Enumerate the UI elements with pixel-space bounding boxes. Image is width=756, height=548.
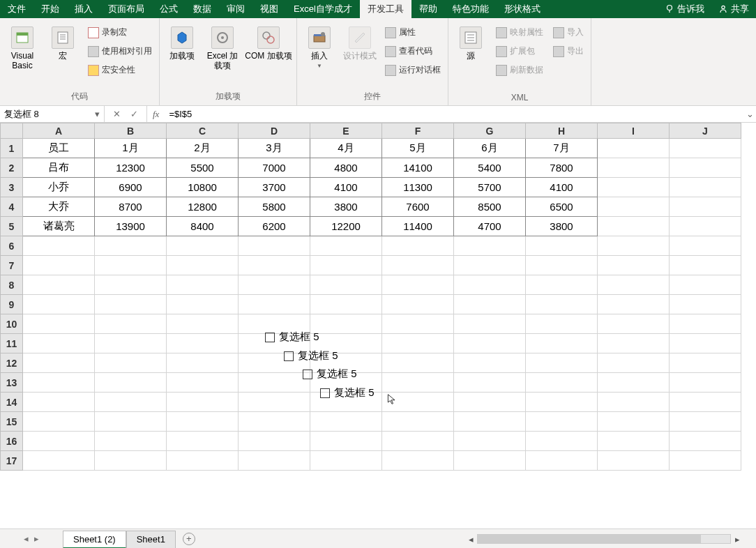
- sheet-tab-Sheet1 (2)[interactable]: Sheet1 (2): [63, 531, 126, 549]
- cell-C13[interactable]: [167, 373, 239, 393]
- cell-E6[interactable]: [310, 236, 382, 256]
- cell-E10[interactable]: [310, 314, 382, 334]
- cell-E15[interactable]: [310, 412, 382, 432]
- spreadsheet-grid[interactable]: ABCDEFGHIJ1员工1月2月3月4月5月6月7月2吕布1230055007…: [0, 123, 741, 471]
- cell-E17[interactable]: [310, 451, 382, 471]
- cell-J9[interactable]: [670, 295, 741, 314]
- com-addin-button[interactable]: COM 加载项: [245, 24, 292, 61]
- cell-G2[interactable]: 5400: [454, 158, 526, 178]
- cell-I11[interactable]: [598, 334, 670, 353]
- cell-C7[interactable]: [167, 256, 239, 275]
- cell-I4[interactable]: [598, 197, 670, 217]
- cell-I6[interactable]: [598, 236, 670, 256]
- cell-J16[interactable]: [670, 432, 741, 451]
- cell-D16[interactable]: [239, 432, 310, 451]
- cell-H11[interactable]: [526, 334, 598, 353]
- name-box-input[interactable]: [4, 109, 95, 119]
- row-header-12[interactable]: 12: [1, 353, 23, 373]
- col-header-D[interactable]: D: [239, 123, 310, 139]
- tab-nav[interactable]: ◂ ▸: [0, 533, 63, 544]
- checkbox-control-1[interactable]: 复选框 5: [284, 349, 338, 363]
- row-header-17[interactable]: 17: [1, 451, 23, 471]
- cell-A4[interactable]: 大乔: [23, 197, 95, 217]
- cell-I14[interactable]: [598, 393, 670, 412]
- cell-A7[interactable]: [23, 256, 95, 275]
- row-header-11[interactable]: 11: [1, 334, 23, 353]
- cell-H13[interactable]: [526, 373, 598, 393]
- menu-审阅[interactable]: 审阅: [219, 0, 252, 18]
- col-header-G[interactable]: G: [454, 123, 526, 139]
- row-header-5[interactable]: 5: [1, 217, 23, 236]
- cell-B2[interactable]: 12300: [95, 158, 167, 178]
- checkbox-icon[interactable]: [320, 388, 330, 398]
- cell-F11[interactable]: [382, 334, 454, 353]
- cell-H15[interactable]: [526, 412, 598, 432]
- scroll-thumb[interactable]: [478, 535, 701, 543]
- cell-D6[interactable]: [239, 236, 310, 256]
- cell-B6[interactable]: [95, 236, 167, 256]
- cell-B1[interactable]: 1月: [95, 139, 167, 158]
- fx-icon[interactable]: fx: [147, 109, 165, 120]
- cell-F17[interactable]: [382, 451, 454, 471]
- row-header-8[interactable]: 8: [1, 275, 23, 295]
- scroll-right-icon[interactable]: ▸: [731, 533, 743, 545]
- cell-F6[interactable]: [382, 236, 454, 256]
- cell-B7[interactable]: [95, 256, 167, 275]
- cell-B5[interactable]: 13900: [95, 217, 167, 236]
- cell-E5[interactable]: 12200: [310, 217, 382, 236]
- scroll-track[interactable]: [477, 534, 731, 544]
- cell-H4[interactable]: 6500: [526, 197, 598, 217]
- cell-B10[interactable]: [95, 314, 167, 334]
- row-header-2[interactable]: 2: [1, 158, 23, 178]
- cell-E7[interactable]: [310, 256, 382, 275]
- row-header-6[interactable]: 6: [1, 236, 23, 256]
- checkbox-control-3[interactable]: 复选框 5: [320, 386, 375, 399]
- cell-E9[interactable]: [310, 295, 382, 314]
- cell-J13[interactable]: [670, 373, 741, 393]
- cell-J4[interactable]: [670, 197, 741, 217]
- cell-G1[interactable]: 6月: [454, 139, 526, 158]
- cell-A16[interactable]: [23, 432, 95, 451]
- chevron-right-icon[interactable]: ▸: [34, 533, 39, 544]
- cell-D17[interactable]: [239, 451, 310, 471]
- cell-F4[interactable]: 7600: [382, 197, 454, 217]
- col-header-J[interactable]: J: [670, 123, 741, 139]
- cell-G10[interactable]: [454, 314, 526, 334]
- cell-B8[interactable]: [95, 275, 167, 295]
- cell-B16[interactable]: [95, 432, 167, 451]
- col-header-H[interactable]: H: [526, 123, 598, 139]
- cell-I8[interactable]: [598, 275, 670, 295]
- row-header-7[interactable]: 7: [1, 256, 23, 275]
- select-all-corner[interactable]: [1, 123, 23, 139]
- cell-I10[interactable]: [598, 314, 670, 334]
- cell-I12[interactable]: [598, 353, 670, 373]
- cell-B9[interactable]: [95, 295, 167, 314]
- cell-H14[interactable]: [526, 393, 598, 412]
- cell-D3[interactable]: 3700: [239, 178, 310, 197]
- cell-D8[interactable]: [239, 275, 310, 295]
- cell-H6[interactable]: [526, 236, 598, 256]
- cell-J10[interactable]: [670, 314, 741, 334]
- cell-D13[interactable]: [239, 373, 310, 393]
- scroll-left-icon[interactable]: ◂: [464, 533, 477, 545]
- cell-C6[interactable]: [167, 236, 239, 256]
- cell-C17[interactable]: [167, 451, 239, 471]
- cell-C1[interactable]: 2月: [167, 139, 239, 158]
- checkbox-control-0[interactable]: 复选框 5: [265, 330, 319, 344]
- cell-A17[interactable]: [23, 451, 95, 471]
- cell-C9[interactable]: [167, 295, 239, 314]
- col-header-B[interactable]: B: [95, 123, 167, 139]
- cell-F13[interactable]: [382, 373, 454, 393]
- cell-J1[interactable]: [670, 139, 741, 158]
- cell-G4[interactable]: 8500: [454, 197, 526, 217]
- cell-H3[interactable]: 4100: [526, 178, 598, 197]
- cell-C10[interactable]: [167, 314, 239, 334]
- cell-F1[interactable]: 5月: [382, 139, 454, 158]
- cell-C14[interactable]: [167, 393, 239, 412]
- cell-A13[interactable]: [23, 373, 95, 393]
- cell-J5[interactable]: [670, 217, 741, 236]
- cell-G15[interactable]: [454, 412, 526, 432]
- cell-A15[interactable]: [23, 412, 95, 432]
- cell-I16[interactable]: [598, 432, 670, 451]
- cell-D5[interactable]: 6200: [239, 217, 310, 236]
